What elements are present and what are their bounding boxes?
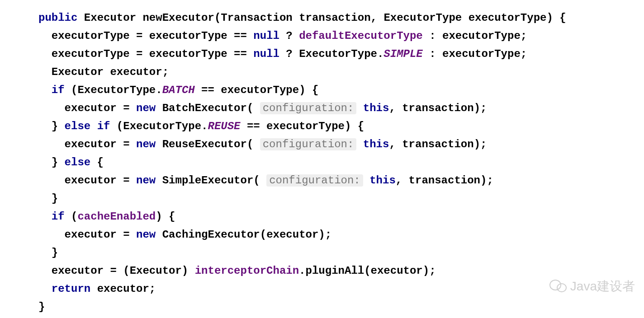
type-executor: Executor xyxy=(84,12,136,24)
field-interceptorchain: interceptorChain xyxy=(195,265,299,277)
type-transaction: Transaction xyxy=(221,12,292,24)
field-defaultexecutortype: defaultExecutorType xyxy=(299,30,423,42)
param-transaction: transaction xyxy=(299,12,370,24)
code-block: public Executor newExecutor(Transaction … xyxy=(0,0,644,316)
watermark-text: Java建设者 xyxy=(570,277,635,295)
param-executortype: executorType xyxy=(469,12,547,24)
field-reuse: REUSE xyxy=(208,120,240,132)
method-name: newExecutor xyxy=(142,12,214,24)
watermark: Java建设者 xyxy=(549,277,635,295)
field-cacheenabled: cacheEnabled xyxy=(77,210,156,223)
field-simple: SIMPLE xyxy=(384,48,422,60)
wechat-icon xyxy=(549,278,567,295)
type-executortype: ExecutorType xyxy=(384,12,462,24)
field-batch: BATCH xyxy=(162,84,195,96)
hint-configuration: configuration: xyxy=(260,102,357,114)
keyword-public: public xyxy=(38,12,77,24)
